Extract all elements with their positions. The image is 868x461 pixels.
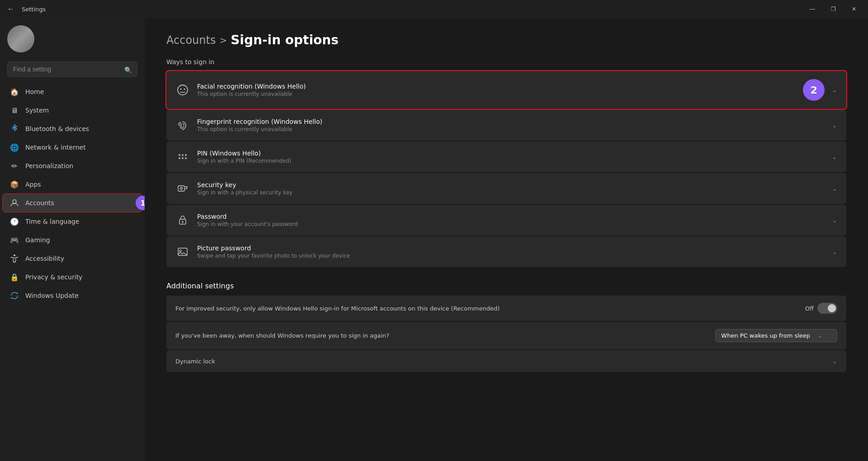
svg-rect-9 <box>182 157 184 159</box>
option-picture-password[interactable]: Picture password Swipe and tap your favo… <box>166 236 846 267</box>
away-signin-dropdown[interactable]: When PC wakes up from sleep ⌄ <box>715 329 837 342</box>
maximize-button[interactable]: ❐ <box>823 2 844 16</box>
svg-rect-5 <box>179 154 180 156</box>
sidebar-nav: 🏠 Home 🖥 System Bluetooth & devices 🌐 <box>0 82 145 461</box>
sidebar-item-time[interactable]: 🕐 Time & language <box>3 212 142 230</box>
password-icon <box>175 213 190 227</box>
sidebar-item-network[interactable]: 🌐 Network & internet <box>3 138 142 156</box>
sidebar-item-label: Accessibility <box>25 255 64 262</box>
sidebar-item-label: Apps <box>25 181 41 188</box>
option-subtitle-fingerprint: This option is currently unavailable <box>197 126 825 132</box>
pin-icon <box>175 150 190 164</box>
minimize-button[interactable]: — <box>802 2 823 16</box>
user-profile <box>0 18 145 58</box>
svg-point-1 <box>14 254 15 256</box>
sidebar-item-home[interactable]: 🏠 Home <box>3 83 142 101</box>
svg-point-12 <box>180 188 183 190</box>
back-button[interactable]: ← <box>4 2 18 16</box>
gaming-icon: 🎮 <box>10 235 19 245</box>
sidebar-item-label: Windows Update <box>25 292 79 299</box>
search-input[interactable] <box>7 61 137 77</box>
accessibility-icon <box>10 254 19 263</box>
option-text-facial: Facial recognition (Windows Hello) This … <box>197 83 796 97</box>
option-text-picture-password: Picture password Swipe and tap your favo… <box>197 245 825 259</box>
update-icon <box>10 291 19 300</box>
option-title-picture-password: Picture password <box>197 245 825 252</box>
toggle-label: Off <box>805 305 814 312</box>
option-title-password: Password <box>197 213 825 220</box>
option-security-key[interactable]: Security key Sign in with a physical sec… <box>166 173 846 204</box>
accounts-icon <box>10 198 19 207</box>
apps-icon: 📦 <box>10 180 19 189</box>
svg-rect-10 <box>185 157 187 159</box>
sidebar: 🔍 🏠 Home 🖥 System Bluetooth & devices <box>0 18 145 461</box>
svg-point-3 <box>180 89 182 90</box>
fingerprint-icon <box>175 118 190 132</box>
time-icon: 🕐 <box>10 217 19 226</box>
option-title-pin: PIN (Windows Hello) <box>197 150 825 157</box>
badge-1: 1 <box>136 196 145 210</box>
additional-settings-section: Additional settings For improved securit… <box>166 282 846 372</box>
dynamic-lock-chevron-icon: ⌄ <box>832 358 837 365</box>
sign-in-options-list: Facial recognition (Windows Hello) This … <box>166 71 846 267</box>
avatar <box>7 25 34 52</box>
dynamic-lock-label: Dynamic lock <box>175 358 821 365</box>
breadcrumb-separator: > <box>219 35 227 46</box>
sidebar-item-privacy[interactable]: 🔒 Privacy & security <box>3 268 142 286</box>
option-facial[interactable]: Facial recognition (Windows Hello) This … <box>166 71 846 109</box>
option-title-facial: Facial recognition (Windows Hello) <box>197 83 796 90</box>
facial-chevron-icon: ⌄ <box>832 86 837 94</box>
toggle-wrapper: Off <box>805 303 837 314</box>
system-icon: 🖥 <box>10 106 19 115</box>
option-title-security-key: Security key <box>197 181 825 188</box>
setting-row-away-signin[interactable]: If you've been away, when should Windows… <box>166 322 846 349</box>
option-subtitle-picture-password: Swipe and tap your favorite photo to unl… <box>197 253 825 259</box>
sidebar-item-personalization[interactable]: ✏️ Personalization <box>3 157 142 175</box>
sidebar-item-bluetooth[interactable]: Bluetooth & devices <box>3 120 142 138</box>
setting-row-dynamic-lock[interactable]: Dynamic lock ⌄ <box>166 350 846 372</box>
sidebar-item-label: Accounts <box>25 199 54 207</box>
sidebar-item-label: Network & internet <box>25 144 86 151</box>
sidebar-item-apps[interactable]: 📦 Apps <box>3 175 142 193</box>
svg-rect-11 <box>178 186 184 191</box>
titlebar-left: ← Settings <box>4 2 46 16</box>
sidebar-item-update[interactable]: Windows Update <box>3 287 142 305</box>
sidebar-item-gaming[interactable]: 🎮 Gaming <box>3 231 142 249</box>
option-subtitle-facial: This option is currently unavailable <box>197 91 796 97</box>
close-button[interactable]: ✕ <box>844 2 864 16</box>
option-password[interactable]: Password Sign in with your account's pas… <box>166 205 846 235</box>
sidebar-item-label: Personalization <box>25 162 73 169</box>
badge-2: 2 <box>803 79 825 101</box>
bluetooth-icon <box>10 124 19 133</box>
personalization-icon: ✏️ <box>10 161 19 170</box>
svg-rect-7 <box>185 154 187 156</box>
additional-settings-title: Additional settings <box>166 282 846 290</box>
sidebar-item-label: Privacy & security <box>25 273 82 281</box>
breadcrumb: Accounts > Sign-in options <box>166 33 846 47</box>
setting-row-hello-only[interactable]: For improved security, only allow Window… <box>166 296 846 321</box>
security-key-chevron-icon: ⌄ <box>832 185 837 192</box>
home-icon: 🏠 <box>10 87 19 96</box>
sidebar-item-accessibility[interactable]: Accessibility <box>3 249 142 268</box>
ways-to-sign-in-title: Ways to sign in <box>166 58 846 66</box>
avatar-image <box>7 25 34 52</box>
hello-only-toggle[interactable] <box>817 303 837 314</box>
option-pin[interactable]: PIN (Windows Hello) Sign in with a PIN (… <box>166 141 846 172</box>
breadcrumb-parent[interactable]: Accounts <box>166 34 216 47</box>
fingerprint-chevron-icon: ⌄ <box>832 122 837 129</box>
picture-password-chevron-icon: ⌄ <box>832 248 837 255</box>
search-container: 🔍 <box>0 58 145 82</box>
sidebar-item-system[interactable]: 🖥 System <box>3 101 142 119</box>
privacy-icon: 🔒 <box>10 273 19 282</box>
option-fingerprint[interactable]: Fingerprint recognition (Windows Hello) … <box>166 110 846 141</box>
sidebar-item-label: Gaming <box>25 236 50 244</box>
sidebar-item-label: Home <box>25 88 44 95</box>
svg-point-0 <box>13 200 16 203</box>
security-key-icon <box>175 181 190 196</box>
option-text-password: Password Sign in with your account's pas… <box>197 213 825 227</box>
away-signin-label: If you've been away, when should Windows… <box>175 332 704 339</box>
search-icon: 🔍 <box>124 66 132 74</box>
facial-icon <box>175 83 190 97</box>
toggle-knob <box>828 304 836 312</box>
sidebar-item-accounts[interactable]: Accounts 1 <box>3 194 142 212</box>
